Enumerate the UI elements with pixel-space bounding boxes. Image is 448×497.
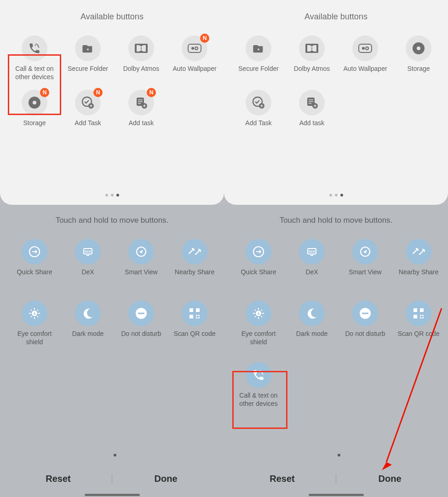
quick-share-icon: [22, 239, 47, 265]
svg-point-6: [33, 101, 36, 104]
tile-nearby[interactable]: Nearby Share: [393, 239, 444, 285]
svg-rect-33: [196, 317, 197, 318]
qr-icon: [406, 301, 431, 326]
tile-label: Add task: [299, 119, 324, 136]
tile-label: Storage: [23, 119, 46, 136]
svg-rect-30: [190, 315, 193, 318]
phone-sync-icon: [22, 35, 47, 61]
svg-rect-67: [422, 315, 424, 316]
tile-label: Scan QR code: [397, 330, 439, 347]
nearby-icon: [182, 239, 207, 265]
tile-nearby[interactable]: Nearby Share: [169, 239, 220, 285]
tile-add-task-2[interactable]: N Add task: [116, 90, 167, 136]
nav-handle[interactable]: [85, 494, 140, 496]
eye-comfort-icon: A: [246, 301, 271, 326]
svg-rect-27: [138, 312, 144, 314]
svg-rect-31: [196, 315, 197, 316]
svg-rect-14: [86, 255, 89, 256]
active-grid: Quick Share DeXDeX Smart View Nearby Sha…: [229, 239, 443, 347]
tile-call-text-moved[interactable]: Call & text on other devices: [233, 362, 284, 408]
tile-label: Eye comfort shield: [233, 330, 284, 347]
tile-label: Auto Wallpaper: [172, 65, 216, 81]
tile-secure-folder[interactable]: Secure Folder: [233, 35, 284, 81]
tile-label: DeX: [81, 268, 94, 285]
dex-icon: DeX: [299, 239, 325, 265]
dot-active: [338, 454, 340, 457]
tile-label: Secure Folder: [238, 65, 279, 81]
phone-sync-icon: [246, 362, 271, 388]
dnd-icon: [352, 301, 378, 326]
tile-label: Auto Wallpaper: [343, 65, 387, 81]
done-button[interactable]: Done: [112, 474, 219, 484]
tile-dolby[interactable]: Dolby Atmos: [116, 35, 167, 81]
section-title: Available buttons: [80, 12, 144, 22]
tile-auto-wallpaper[interactable]: Auto Wallpaper: [340, 35, 391, 81]
smart-view-icon: [352, 239, 378, 265]
svg-line-25: [37, 310, 38, 311]
dot-active: [340, 194, 343, 196]
tile-dark-mode[interactable]: Dark mode: [287, 301, 337, 347]
tile-eye-comfort[interactable]: AEye comfort shield: [233, 301, 284, 347]
available-panel: Available buttons Call & text on other d…: [0, 0, 224, 205]
tile-qr[interactable]: Scan QR code: [393, 301, 444, 347]
done-button[interactable]: Done: [336, 474, 443, 484]
svg-rect-65: [414, 315, 417, 318]
page-dots: [105, 194, 119, 196]
moon-icon: [299, 301, 325, 326]
svg-rect-68: [420, 317, 421, 318]
tile-label: Nearby Share: [399, 268, 438, 285]
tile-dex[interactable]: DeXDeX: [287, 239, 337, 285]
tile-dark-mode[interactable]: Dark mode: [63, 301, 113, 347]
tile-dnd[interactable]: Do not disturb: [340, 301, 391, 347]
dot: [329, 194, 332, 196]
tile-qr[interactable]: Scan QR code: [169, 301, 220, 347]
svg-point-41: [417, 46, 420, 50]
tile-quick-share[interactable]: Quick Share: [233, 239, 284, 285]
page-dots-lower: [108, 454, 116, 457]
section-title: Available buttons: [304, 12, 368, 22]
svg-rect-28: [190, 308, 193, 312]
tile-label: Smart View: [349, 268, 381, 285]
page-dots-lower: [332, 454, 340, 457]
tile-smart-view[interactable]: Smart View: [340, 239, 391, 285]
tile-dex[interactable]: DeXDeX: [63, 239, 113, 285]
active-row3: Call & text on other devices: [229, 362, 443, 408]
reset-button[interactable]: Reset: [229, 474, 336, 484]
tile-label: DeX: [305, 268, 318, 285]
tile-label: Secure Folder: [68, 65, 108, 81]
active-grid: Quick Share DeXDeX Smart View Nearby Sha…: [5, 239, 219, 347]
moon-icon: [75, 301, 101, 326]
tile-eye-comfort[interactable]: AEye comfort shield: [9, 301, 60, 347]
tile-add-task-1[interactable]: Add Task: [233, 90, 284, 136]
tile-call-text[interactable]: Call & text on other devices: [9, 35, 60, 81]
bottom-bar: Reset Done: [224, 463, 448, 497]
tile-add-task-1[interactable]: N Add Task: [63, 90, 113, 136]
tile-storage[interactable]: N Storage: [9, 90, 60, 136]
available-panel: Available buttons Secure Folder Dolby At…: [224, 0, 448, 205]
tile-label: Call & text on other devices: [233, 392, 284, 408]
nav-handle[interactable]: [309, 494, 364, 496]
tile-label: Storage: [407, 65, 430, 81]
dolby-icon: [299, 35, 325, 61]
new-badge: N: [200, 34, 209, 43]
svg-rect-29: [196, 308, 200, 312]
quick-share-icon: [246, 239, 271, 265]
tile-add-task-2[interactable]: Add task: [287, 90, 337, 136]
svg-text:A: A: [257, 312, 259, 315]
folder-lock-icon: [75, 35, 101, 61]
tile-label: Add Task: [75, 119, 101, 136]
tile-smart-view[interactable]: Smart View: [116, 239, 167, 285]
tile-secure-folder[interactable]: Secure Folder: [63, 35, 113, 81]
screen-right: Available buttons Secure Folder Dolby At…: [224, 0, 448, 497]
dex-icon: DeX: [75, 239, 101, 265]
tile-auto-wallpaper[interactable]: N Auto Wallpaper: [169, 35, 220, 81]
tile-dnd[interactable]: Do not disturb: [116, 301, 167, 347]
svg-line-22: [31, 310, 32, 311]
tile-quick-share[interactable]: Quick Share: [9, 239, 60, 285]
screen-left: Available buttons Call & text on other d…: [0, 0, 224, 497]
task-check-icon: [246, 90, 271, 116]
tile-storage[interactable]: Storage: [393, 35, 444, 81]
task-stack-icon: N: [128, 90, 154, 116]
tile-dolby[interactable]: Dolby Atmos: [287, 35, 337, 81]
reset-button[interactable]: Reset: [5, 474, 112, 484]
